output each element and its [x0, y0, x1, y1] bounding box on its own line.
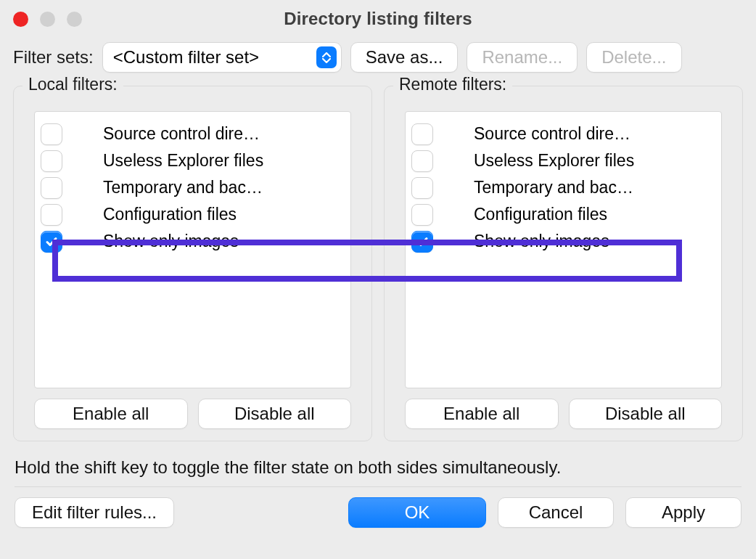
remote-filter-row[interactable]: Configuration files — [406, 201, 721, 228]
remote-disable-all-button[interactable]: Disable all — [569, 399, 723, 429]
local-filters-title: Local filters: — [22, 75, 123, 94]
local-filters-list[interactable]: Source control dire…Useless Explorer fil… — [34, 111, 351, 388]
filter-label: Useless Explorer files — [103, 151, 343, 171]
save-as-button[interactable]: Save as... — [350, 42, 459, 73]
top-controls: Filter sets: <Custom filter set> Save as… — [0, 38, 756, 73]
panels: Local filters: Source control dire…Usele… — [0, 73, 756, 441]
filter-label: Temporary and bac… — [474, 178, 714, 197]
checkbox[interactable] — [411, 177, 433, 199]
checkbox[interactable] — [41, 123, 62, 145]
checkbox[interactable] — [41, 231, 62, 253]
window-minimize-button[interactable] — [40, 12, 55, 27]
local-disable-all-button[interactable]: Disable all — [198, 399, 352, 429]
local-enable-all-button[interactable]: Enable all — [34, 399, 188, 429]
filter-label: Temporary and bac… — [103, 178, 343, 197]
filter-label: Source control dire… — [474, 124, 714, 144]
checkbox[interactable] — [411, 204, 433, 226]
remote-filters-buttons: Enable all Disable all — [385, 388, 742, 429]
bottom-buttons: Edit filter rules... OK Cancel Apply — [0, 487, 756, 539]
remote-filter-row[interactable]: Temporary and bac… — [406, 174, 721, 201]
cancel-button[interactable]: Cancel — [498, 497, 614, 528]
apply-button[interactable]: Apply — [625, 497, 741, 528]
remote-filters-list[interactable]: Source control dire…Useless Explorer fil… — [405, 111, 722, 388]
filter-label: Configuration files — [474, 205, 714, 224]
edit-filter-rules-button[interactable]: Edit filter rules... — [15, 497, 174, 528]
remote-filter-row[interactable]: Useless Explorer files — [406, 147, 721, 174]
window-close-button[interactable] — [13, 12, 28, 27]
local-filter-row[interactable]: Show only images — [35, 228, 350, 255]
window-title: Directory listing filters — [0, 9, 756, 29]
remote-filters-title: Remote filters: — [393, 75, 512, 94]
filter-sets-select[interactable]: <Custom filter set> — [102, 42, 342, 73]
remote-filters-panel: Remote filters: Source control dire…Usel… — [384, 86, 743, 441]
select-stepper-icon — [316, 46, 337, 68]
rename-button[interactable]: Rename... — [467, 42, 578, 73]
local-filter-row[interactable]: Temporary and bac… — [35, 174, 350, 201]
hint-text: Hold the shift key to toggle the filter … — [0, 441, 756, 478]
filter-label: Useless Explorer files — [474, 151, 714, 171]
filter-label: Source control dire… — [103, 124, 343, 144]
filter-label: Show only images — [474, 232, 714, 251]
titlebar: Directory listing filters — [0, 0, 756, 38]
delete-button[interactable]: Delete... — [586, 42, 681, 73]
filter-sets-value: <Custom filter set> — [113, 47, 259, 68]
filter-sets-label: Filter sets: — [13, 47, 94, 68]
checkbox[interactable] — [41, 204, 62, 226]
window-controls — [13, 12, 82, 27]
checkbox[interactable] — [411, 123, 433, 145]
remote-filter-row[interactable]: Show only images — [406, 228, 721, 255]
checkbox[interactable] — [41, 150, 62, 172]
window-zoom-button[interactable] — [67, 12, 82, 27]
remote-enable-all-button[interactable]: Enable all — [405, 399, 559, 429]
window: Directory listing filters Filter sets: <… — [0, 0, 756, 559]
local-filters-buttons: Enable all Disable all — [14, 388, 371, 429]
checkbox[interactable] — [41, 177, 62, 199]
ok-button[interactable]: OK — [348, 497, 486, 528]
filter-label: Configuration files — [103, 205, 343, 224]
filter-label: Show only images — [103, 232, 343, 251]
local-filter-row[interactable]: Useless Explorer files — [35, 147, 350, 174]
local-filter-row[interactable]: Source control dire… — [35, 121, 350, 147]
local-filter-row[interactable]: Configuration files — [35, 201, 350, 228]
remote-filter-row[interactable]: Source control dire… — [406, 121, 721, 147]
checkbox[interactable] — [411, 150, 433, 172]
local-filters-panel: Local filters: Source control dire…Usele… — [13, 86, 372, 441]
checkbox[interactable] — [411, 231, 433, 253]
